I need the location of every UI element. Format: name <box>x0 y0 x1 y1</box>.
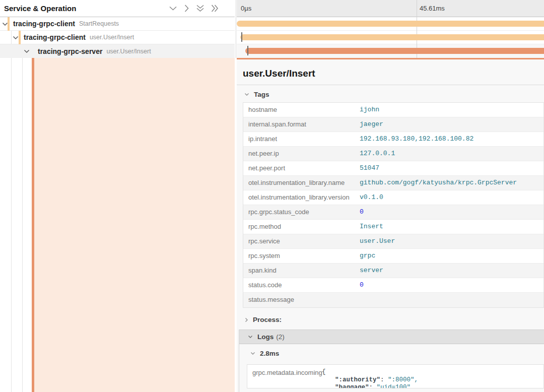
tags-section-toggle[interactable]: Tags <box>244 91 269 98</box>
span-row-tracing-grpc-server-insert[interactable]: tracing-grpc-server user.User/Insert <box>0 44 235 58</box>
tag-key: otel.instrumentation_library.name <box>243 176 360 190</box>
tag-row: net.peer.ip 127.0.0.1 <box>243 147 543 161</box>
ruler-tick-0us: 0µs <box>241 5 251 12</box>
tags-table: hostname ijohn internal.span.format jaeg… <box>243 102 544 308</box>
row-expander-chevron-down-icon[interactable] <box>24 49 30 53</box>
collapse-one-level-button[interactable] <box>184 4 189 13</box>
tree-indent-guide <box>11 31 12 392</box>
tree-collapse-controls <box>169 4 219 13</box>
double-chevron-right-icon <box>211 4 219 13</box>
operation-name: user.User/Insert <box>106 48 151 55</box>
tag-row: hostname ijohn <box>243 103 543 117</box>
json-colon: : <box>369 384 377 388</box>
json-colon: : <box>380 376 388 383</box>
tag-key: hostname <box>243 103 360 117</box>
tag-key: ip.intranet <box>243 132 360 146</box>
tag-row: status.message <box>243 293 543 307</box>
span-bar-client-insert[interactable] <box>240 34 544 40</box>
row-expander-chevron-down-icon[interactable] <box>13 36 19 40</box>
tag-row: status.code 0 <box>243 278 543 293</box>
chevron-down-icon <box>169 6 177 11</box>
tag-value: github.com/gogf/katyusha/krpc.GrpcServer <box>360 176 517 190</box>
chevron-down-icon <box>244 93 249 96</box>
json-string-value: ":8000", <box>388 376 418 383</box>
jaeger-trace-view: Service & Operation tracing-grpc-client … <box>0 0 544 392</box>
tag-row: rpc.grpc.status_code 0 <box>243 205 543 220</box>
tag-key: otel.instrumentation_library.version <box>243 190 360 205</box>
collapse-all-button[interactable] <box>211 4 219 13</box>
tag-value: 0 <box>360 205 364 219</box>
tag-value: grpc <box>360 249 375 263</box>
log-field-json: { ":authority": ":8000", "baggage": "uid… <box>322 365 418 388</box>
service-name: tracing-grpc-client <box>24 33 86 41</box>
tag-value: 0 <box>360 278 364 292</box>
tag-value: 192.168.93.180,192.168.100.82 <box>360 132 473 146</box>
span-tree-header: Service & Operation <box>0 0 235 17</box>
tag-row: otel.instrumentation_library.name github… <box>243 176 543 190</box>
tag-key: rpc.service <box>243 234 360 248</box>
tag-key: rpc.method <box>243 220 360 234</box>
divider <box>237 85 544 85</box>
ruler-tick-45ms: 45.61ms <box>420 5 445 12</box>
tag-value: Insert <box>360 220 383 234</box>
tag-row: net.peer.port 51047 <box>243 161 543 176</box>
tag-key: rpc.system <box>243 249 360 263</box>
tag-row: rpc.method Insert <box>243 220 543 234</box>
logs-section-label: Logs <box>257 333 274 341</box>
tag-value: ijohn <box>360 103 379 117</box>
tag-key: span.kind <box>243 264 360 278</box>
json-open-brace: { <box>322 368 326 375</box>
tag-key: status.code <box>243 278 360 292</box>
log-entry-timestamp: 2.8ms <box>260 350 279 357</box>
span-color-stripe <box>19 31 21 44</box>
expand-one-level-button[interactable] <box>169 6 177 11</box>
log-entry-toggle[interactable]: 2.8ms <box>250 350 279 357</box>
chevron-down-icon <box>248 335 253 339</box>
tag-value: jaeger <box>360 117 383 132</box>
panel-title: Service & Operation <box>0 4 76 13</box>
service-name: tracing-grpc-server <box>38 47 102 55</box>
tag-value: 51047 <box>360 161 379 175</box>
double-chevron-down-icon <box>196 5 205 12</box>
tag-row: internal.span.format jaeger <box>243 117 543 132</box>
tag-key: internal.span.format <box>243 117 360 132</box>
json-key: ":authority" <box>335 376 380 383</box>
span-start-tick <box>247 46 248 55</box>
tag-key: rpc.grpc.status_code <box>243 205 360 219</box>
process-section-label: Process: <box>253 316 282 323</box>
log-field-key: grpc.metadata.incoming <box>247 365 322 388</box>
span-row-tracing-grpc-client-insert[interactable]: tracing-grpc-client user.User/Insert <box>0 31 235 44</box>
tags-section-label: Tags <box>254 91 269 98</box>
tag-key: net.peer.port <box>243 161 360 175</box>
operation-name: StartRequests <box>79 20 119 27</box>
tag-key: net.peer.ip <box>243 147 360 161</box>
tag-row: rpc.system grpc <box>243 249 543 264</box>
panel-divider <box>236 0 236 58</box>
chevron-down-icon <box>250 352 255 355</box>
json-key: "baggage" <box>335 384 369 388</box>
span-row-tracing-grpc-client-startrequests[interactable]: tracing-grpc-client StartRequests <box>0 17 235 31</box>
span-bar-startrequests[interactable] <box>237 21 544 27</box>
span-bar-server-insert[interactable] <box>245 48 544 54</box>
tag-value: 127.0.0.1 <box>360 147 395 161</box>
tag-value: v0.1.0 <box>360 190 383 205</box>
timeline-ruler: 0µs 45.61ms <box>237 0 544 17</box>
tag-row: span.kind server <box>243 264 543 278</box>
chevron-right-icon <box>184 4 189 13</box>
log-fields-table: grpc.metadata.incoming { ":authority": "… <box>247 364 544 388</box>
expand-all-button[interactable] <box>196 5 205 12</box>
tag-value: user.User <box>360 234 395 248</box>
json-link-value[interactable]: "uid=100", <box>377 384 415 388</box>
tag-value: server <box>360 264 383 278</box>
tag-row: otel.instrumentation_library.version v0.… <box>243 190 543 205</box>
service-name: tracing-grpc-client <box>13 20 75 28</box>
tag-key: status.message <box>243 293 360 307</box>
logs-section-toggle[interactable]: Logs (2) <box>239 330 544 344</box>
span-start-tick <box>241 32 242 42</box>
span-color-stripe <box>8 17 10 31</box>
span-detail-title: user.User/Insert <box>243 68 315 79</box>
tree-indent-guide <box>22 44 23 392</box>
tag-row: rpc.service user.User <box>243 234 543 249</box>
tag-row: ip.intranet 192.168.93.180,192.168.100.8… <box>243 132 543 147</box>
process-section-toggle[interactable]: Process: <box>245 316 282 323</box>
